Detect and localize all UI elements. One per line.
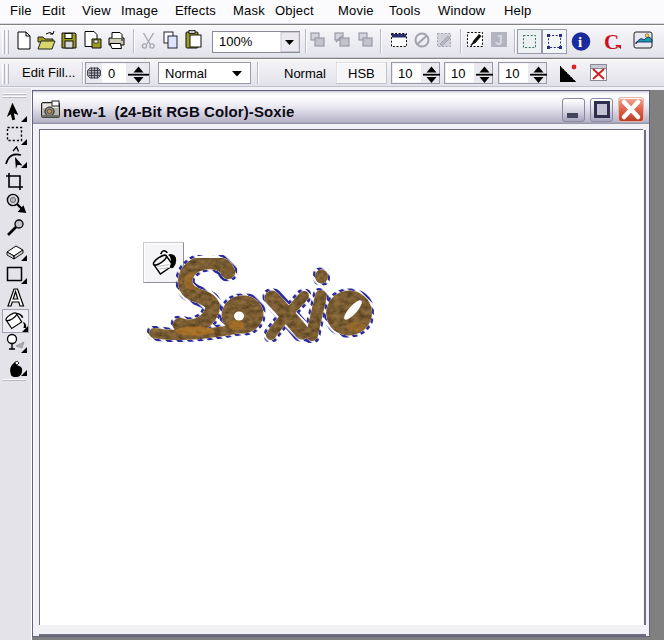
svg-text:100%: 100% <box>219 34 253 49</box>
svg-text:HSB: HSB <box>348 66 375 81</box>
svg-text:Edit Fill...: Edit Fill... <box>22 65 75 80</box>
svg-text:0: 0 <box>108 66 115 81</box>
svg-text:10: 10 <box>398 66 412 81</box>
svg-text:C: C <box>604 30 619 54</box>
svg-text:Normal: Normal <box>165 66 207 81</box>
svg-text:i: i <box>578 34 582 50</box>
svg-text:Normal: Normal <box>284 66 326 81</box>
svg-text:J: J <box>495 32 503 48</box>
